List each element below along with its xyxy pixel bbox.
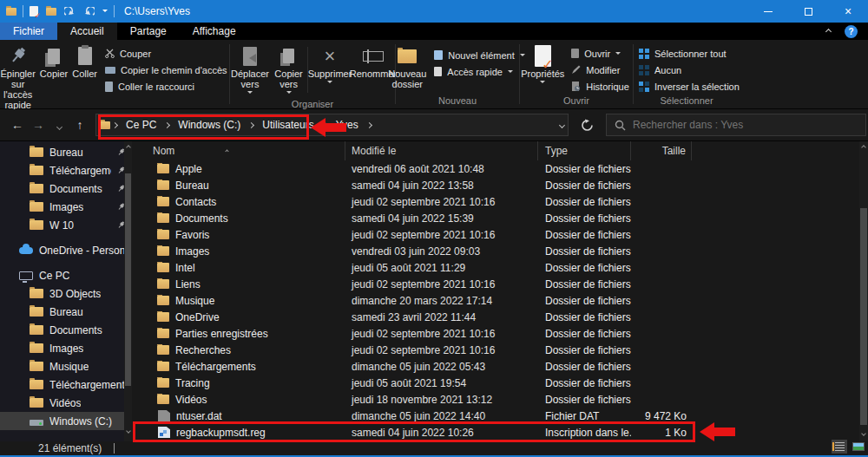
file-row[interactable]: Téléchargements dimanche 05 juin 2022 05… xyxy=(132,358,868,375)
file-row[interactable]: Recherches jeudi 02 septembre 2021 10:16… xyxy=(132,342,868,358)
undo-icon[interactable] xyxy=(83,7,95,16)
new-folder-button[interactable]: Nouveau dossier xyxy=(386,42,428,90)
sidebar-item[interactable]: Images xyxy=(0,198,132,216)
details-view-button[interactable] xyxy=(832,440,847,454)
ribbon-group-select: Sélectionner tout Aucun Inverser la séle… xyxy=(634,40,740,108)
file-row[interactable]: regbackupmsdt.reg samedi 04 juin 2022 10… xyxy=(132,424,868,441)
sidebar-item[interactable]: Documents xyxy=(0,321,132,339)
address-dropdown-icon[interactable] xyxy=(559,121,565,127)
file-row[interactable]: Musique dimanche 20 mars 2022 17:14 Doss… xyxy=(132,292,868,309)
sidebar-item[interactable]: Documents xyxy=(0,180,132,198)
sidebar-scroll-down-icon[interactable] xyxy=(124,425,132,436)
back-button[interactable]: ← xyxy=(7,118,28,132)
forward-button[interactable]: → xyxy=(28,118,49,132)
close-button[interactable]: × xyxy=(828,0,868,23)
redo-icon[interactable] xyxy=(64,7,76,16)
sidebar-scrollbar-thumb[interactable] xyxy=(125,173,131,386)
pin-to-quick-access-button[interactable]: Épingler sur l'accès rapide xyxy=(0,42,37,111)
address-bar[interactable]: Ce PC Windows (C:) Utilisateurs Yves xyxy=(95,114,569,136)
sidebar-item[interactable]: Bureau xyxy=(0,303,132,321)
file-row[interactable]: Parties enregistrées jeudi 02 septembre … xyxy=(132,325,868,342)
select-all-button[interactable]: Sélectionner tout xyxy=(639,47,740,60)
collapse-ribbon-icon[interactable] xyxy=(825,28,832,34)
column-header-name[interactable]: Nom xyxy=(132,141,345,160)
sidebar-item[interactable]: Ce PC xyxy=(0,266,132,284)
history-button[interactable]: Historique xyxy=(571,80,629,93)
up-button[interactable]: ↑ xyxy=(69,118,90,132)
list-scroll-down-icon[interactable] xyxy=(859,428,868,439)
file-row[interactable]: Apple vendredi 06 août 2021 10:48 Dossie… xyxy=(132,160,868,177)
sidebar-item-label: Ce PC xyxy=(39,270,69,282)
invert-selection-button[interactable]: Inverser la sélection xyxy=(639,80,740,93)
sidebar-item[interactable]: Téléchargements xyxy=(0,161,132,180)
file-row[interactable]: Vidéos jeudi 18 novembre 2021 13:12 Doss… xyxy=(132,391,868,408)
paste-button[interactable]: Coller xyxy=(70,42,99,80)
cut-button[interactable]: Couper xyxy=(105,47,227,60)
breadcrumb-item[interactable]: Utilisateurs xyxy=(256,119,319,131)
sidebar-scroll-up-icon[interactable] xyxy=(124,141,132,153)
sidebar-item[interactable]: 3D Objects xyxy=(0,284,132,303)
breadcrumb-item[interactable]: Windows (C:) xyxy=(172,119,247,131)
qat-dropdown-icon[interactable] xyxy=(102,10,108,15)
file-row[interactable]: OneDrive samedi 23 avril 2022 11:44 Doss… xyxy=(132,309,868,325)
copy-path-button[interactable]: Copier le chemin d'accès xyxy=(105,63,227,76)
properties-button[interactable]: ✓ Propriétés xyxy=(520,42,565,87)
sidebar-item[interactable]: Images xyxy=(0,339,132,357)
file-icon xyxy=(158,427,170,438)
sidebar-item[interactable]: Vidéos xyxy=(0,394,132,412)
tab-fichier[interactable]: Fichier xyxy=(0,23,57,40)
search-input[interactable] xyxy=(633,119,858,131)
file-row[interactable]: Liens jeudi 02 septembre 2021 10:16 Doss… xyxy=(132,276,868,292)
file-row[interactable]: ntuser.dat dimanche 05 juin 2022 14:40 F… xyxy=(132,408,868,424)
file-list-scrollbar[interactable] xyxy=(859,141,868,441)
sidebar-item[interactable]: W 10 xyxy=(0,216,132,234)
recent-locations-icon[interactable] xyxy=(49,118,69,132)
new-folder-icon[interactable] xyxy=(46,8,56,16)
paste-shortcut-button[interactable]: Coller le raccourci xyxy=(105,80,227,93)
move-to-button[interactable]: Déplacer vers xyxy=(230,42,270,97)
breadcrumb-trailing-chevron-icon[interactable] xyxy=(366,121,372,127)
file-list-scrollbar-thumb[interactable] xyxy=(860,208,867,425)
maximize-button[interactable] xyxy=(788,0,828,23)
thumbnails-view-button[interactable] xyxy=(851,440,866,454)
delete-button[interactable]: × Supprimer xyxy=(309,42,351,87)
quick-access-button[interactable]: Accès rapide xyxy=(434,65,524,78)
breadcrumb-item[interactable]: Yves xyxy=(330,119,365,131)
sidebar-scrollbar[interactable] xyxy=(124,141,132,441)
search-box[interactable] xyxy=(606,114,866,136)
file-row[interactable]: Bureau samedi 04 juin 2022 13:58 Dossier… xyxy=(132,177,868,193)
file-row[interactable]: Documents samedi 04 juin 2022 15:39 Doss… xyxy=(132,210,868,226)
refresh-button[interactable] xyxy=(581,119,594,132)
tab-affichage[interactable]: Affichage xyxy=(180,23,249,40)
column-header-type[interactable]: Type xyxy=(538,141,631,160)
file-row[interactable]: Intel jeudi 05 août 2021 11:29 Dossier d… xyxy=(132,259,868,276)
copy-to-button[interactable]: Copier vers xyxy=(271,42,306,97)
copy-button[interactable]: Copier xyxy=(38,42,69,80)
tab-accueil[interactable]: Accueil xyxy=(57,23,117,40)
file-row[interactable]: Images vendredi 03 juin 2022 09:03 Dossi… xyxy=(132,243,868,259)
column-header-size[interactable]: Taille xyxy=(631,141,692,160)
minimize-button[interactable] xyxy=(748,0,788,23)
breadcrumb-chevron-icon[interactable] xyxy=(322,121,328,127)
select-none-button[interactable]: Aucun xyxy=(639,63,740,76)
list-scroll-up-icon[interactable] xyxy=(859,141,868,153)
breadcrumb-item[interactable]: Ce PC xyxy=(120,119,162,131)
column-header-modified[interactable]: Modifié le xyxy=(345,141,538,160)
tab-partage[interactable]: Partage xyxy=(117,23,180,40)
properties-icon[interactable]: ✓ xyxy=(30,6,38,16)
file-row[interactable]: Tracing jeudi 05 août 2021 19:54 Dossier… xyxy=(132,375,868,391)
breadcrumb-chevron-icon[interactable] xyxy=(112,121,118,127)
file-row[interactable]: Favoris jeudi 02 septembre 2021 10:16 Do… xyxy=(132,226,868,243)
sidebar-item[interactable]: OneDrive - Personal xyxy=(0,241,132,259)
open-button[interactable]: Ouvrir xyxy=(571,47,629,60)
help-icon[interactable]: ? xyxy=(845,25,858,38)
sidebar-item[interactable]: Bureau xyxy=(0,143,132,161)
sidebar-item[interactable]: Musique xyxy=(0,357,132,375)
sidebar-item[interactable]: Téléchargements xyxy=(0,375,132,394)
breadcrumb-chevron-icon[interactable] xyxy=(164,121,170,127)
edit-button[interactable]: Modifier xyxy=(571,63,629,76)
new-item-button[interactable]: Nouvel élément xyxy=(434,49,524,62)
breadcrumb-chevron-icon[interactable] xyxy=(248,121,254,127)
sidebar-item[interactable]: Windows (C:) xyxy=(0,412,132,430)
file-row[interactable]: Contacts jeudi 02 septembre 2021 10:16 D… xyxy=(132,193,868,210)
